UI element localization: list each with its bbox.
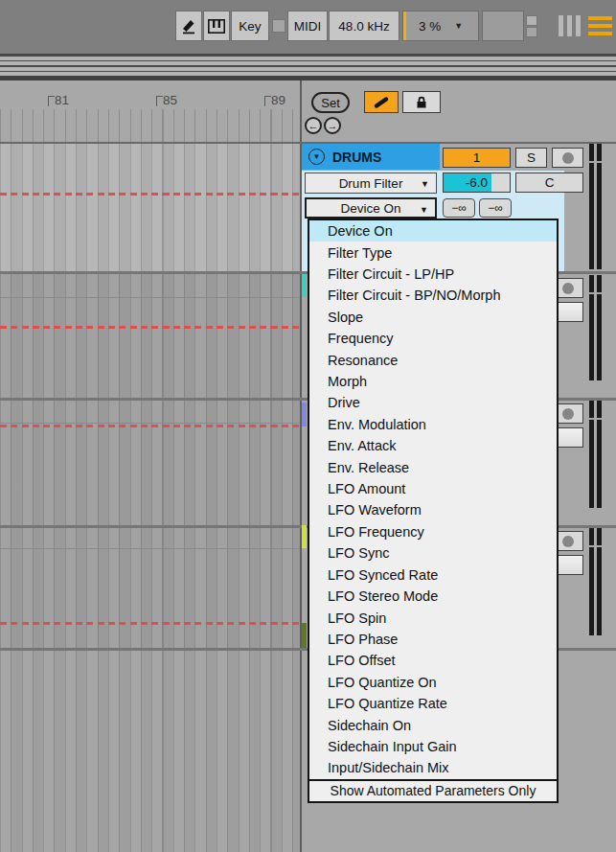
pencil-icon [180,17,197,35]
send-a-value: −∞ [451,201,467,215]
dropdown-item[interactable]: LFO Amount [309,478,557,499]
track-lane-3[interactable] [0,401,308,525]
device-chooser-value: Drum Filter [339,176,403,191]
beat-time-ruler[interactable] [0,109,308,144]
dropdown-item[interactable]: LFO Frequency [309,521,557,542]
track-lane-4[interactable] [0,528,308,648]
dropdown-item[interactable]: Morph [309,371,557,392]
chevron-down-icon: ▼ [420,205,428,215]
bar-tick [264,96,271,106]
dropdown-item[interactable]: Filter Type [309,242,557,263]
volume-value: -6.0 [466,175,488,190]
send-b-field[interactable]: −∞ [479,198,512,218]
automation-line[interactable] [0,193,308,196]
show-automated-parameters-button[interactable]: Show Automated Parameters Only [309,779,557,801]
dropdown-item[interactable]: Env. Modulation [309,414,557,435]
cpu-load-meter[interactable]: 3 % ▼ [402,11,479,41]
prev-locator-button[interactable]: ← [305,117,322,134]
dropdown-item[interactable]: Sidechain Input Gain [309,736,557,757]
dropdown-item[interactable]: LFO Spin [309,607,557,628]
dropdown-item[interactable]: Drive [309,392,557,413]
bar-tick [48,96,55,106]
clip-edge-green [302,623,307,648]
dropdown-item[interactable]: Env. Release [309,456,557,477]
track-meter [589,528,602,635]
track-lane-2[interactable] [0,274,308,398]
pan-field[interactable]: C [515,173,583,193]
volume-field[interactable]: -6.0 [443,173,511,193]
empty-lane-area[interactable] [0,651,308,852]
dropdown-item-list: Device OnFilter TypeFilter Circuit - LP/… [309,220,557,779]
dropdown-item[interactable]: Sidechain On [309,714,557,735]
dropdown-item[interactable]: Filter Circuit - BP/NO/Morph [309,285,557,306]
clip-edge-lime [302,525,307,548]
menu-button[interactable] [588,16,612,35]
lock-icon [415,96,428,109]
top-toolbar: Key MIDI 48.0 kHz 3 % ▼ [0,0,616,54]
arrangement-overview[interactable] [0,54,616,81]
dropdown-item[interactable]: Resonance [309,349,557,370]
record-circle-icon [562,408,574,420]
dropdown-item[interactable]: LFO Quantize Rate [309,693,557,714]
send-a-field[interactable]: −∞ [443,198,475,218]
parameter-dropdown-menu: Device OnFilter TypeFilter Circuit - LP/… [308,219,559,803]
draw-mode-button[interactable] [175,11,202,41]
dropdown-item[interactable]: LFO Quantize On [309,672,557,693]
dropdown-item[interactable]: Slope [309,307,557,328]
indicator-connector-bottom [526,27,537,37]
track-name[interactable]: DRUMS [332,150,381,165]
arrow-right-icon: → [328,120,338,131]
automation-line[interactable] [0,425,308,427]
dropdown-item[interactable]: LFO Waveform [309,499,557,520]
midi-keyboard-button[interactable] [203,11,230,41]
dropdown-item[interactable]: Filter Circuit - LP/HP [309,264,557,285]
input-routing-field[interactable]: 1 [443,148,511,168]
track-meter [589,144,602,269]
set-locator-button[interactable]: Set [311,92,350,113]
key-map-label: Key [239,19,261,34]
track-lane-drums[interactable] [0,144,308,271]
dropdown-item[interactable]: Env. Attack [309,435,557,456]
piano-keys-icon [208,19,225,34]
automation-line[interactable] [0,326,308,329]
track-title-bar[interactable]: ▼ DRUMS [302,144,440,170]
solo-button[interactable]: S [515,148,547,168]
lock-envelopes-button[interactable] [402,91,441,113]
bar-tick [156,96,163,106]
arrow-left-icon: ← [308,120,319,131]
device-chooser[interactable]: Drum Filter ▼ [305,173,437,194]
clip-edge-teal [302,274,307,297]
clip-edge-violet [302,403,307,426]
automation-control-chooser[interactable]: Device On ▼ [305,197,437,219]
record-circle-icon [562,152,574,164]
lane-divider [0,548,308,549]
chevron-down-icon: ▼ [313,152,321,161]
draw-automation-button[interactable] [364,91,399,113]
dropdown-item[interactable]: Frequency [309,328,557,349]
dropdown-item[interactable]: LFO Synced Rate [309,564,557,586]
midi-map-label: MIDI [294,19,322,34]
key-map-mode-button[interactable]: Key [231,11,269,41]
dropdown-item[interactable]: LFO Phase [309,629,557,650]
lane-divider [0,423,308,424]
lane-divider [0,297,308,298]
automation-line[interactable] [0,622,308,625]
midi-map-mode-button[interactable]: MIDI [287,11,328,41]
arm-record-button[interactable] [552,148,583,168]
chevron-down-icon: ▼ [454,21,463,31]
dropdown-item[interactable]: LFO Stereo Mode [309,586,557,607]
dropdown-item[interactable]: Input/Sidechain Mix [309,757,557,778]
track-meter [589,401,602,508]
dropdown-item[interactable]: LFO Sync [309,542,557,564]
next-locator-button[interactable]: → [324,117,341,134]
link-icon [373,96,390,109]
set-label: Set [321,96,340,110]
map-connector [272,19,285,33]
input-routing-value: 1 [473,150,481,165]
dropdown-item[interactable]: LFO Offset [309,650,557,671]
unfold-track-button[interactable]: ▼ [308,149,325,165]
bar-number: 89 [271,93,285,107]
bar-number: 85 [163,93,177,107]
dropdown-item[interactable]: Device On [309,220,557,242]
bar-number: 81 [55,93,69,107]
